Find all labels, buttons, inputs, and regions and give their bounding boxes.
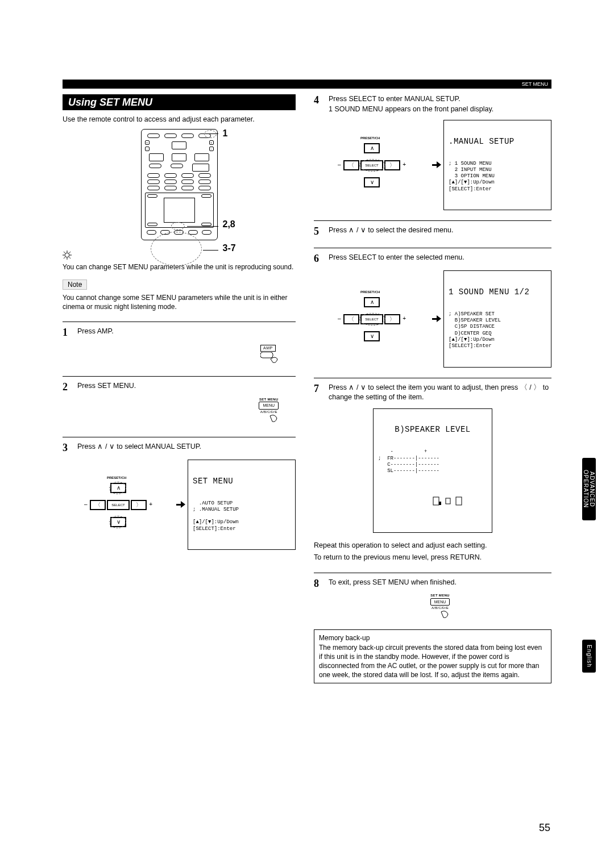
step-2-text: Press SET MENU. [77,382,136,390]
svg-line-6 [69,257,70,258]
step-6-figure: PRESET/CH ∧ ∨ 〈 〉 SELECT – + 1 SOUND MEN… [314,270,551,368]
step-8-num: 8 [314,578,329,590]
left-column: Using SET MENU Use the remote control to… [63,94,296,683]
note-text: You cannot change some SET MENU paramete… [63,293,296,311]
step-8: 8 To exit, press SET MENU when finished.… [314,573,551,623]
step-4-line1: Press SELECT to enter MANUAL SETUP. [329,94,551,105]
menu-button-label: MENU [430,598,450,606]
step-6-num: 6 [314,253,329,265]
menu-button-label: MENU [259,402,279,410]
step-4-num: 4 [314,94,329,106]
step-2: 2 Press SET MENU. SET MENU MENU A/B/C/D/… [63,376,296,427]
title-bar: Using SET MENU [63,94,296,110]
step-5: 5 Press ∧ / ∨ to select the desired menu… [314,220,551,237]
svg-rect-12 [446,498,450,504]
step-1: 1 Press AMP. AMP [63,322,296,366]
svg-rect-13 [456,497,462,505]
amp-button-figure: AMP [260,343,279,366]
step-6: 6 Press SELECT to enter the selected men… [314,248,551,265]
svg-line-7 [69,252,70,253]
memory-backup-body: The memory back-up circuit prevents the … [319,643,546,680]
dpad-down-icon: ∨ [364,331,380,341]
set-menu-top-label: SET MENU [430,593,450,598]
step-7-figure: B)SPEAKER LEVEL - + ; FR-------|------- … [314,408,551,533]
note-label: Note [63,279,87,290]
step-7-after1: Repeat this operation to select and adju… [314,541,551,550]
dpad-left-icon: 〈 [343,160,359,170]
step-1-text: Press AMP. [77,327,114,335]
page-number: 55 [539,822,550,834]
osd-manual-setup-title: .MANUAL SETUP [449,137,546,147]
dpad-right-icon: 〉 [131,500,147,510]
dpad-down-icon: ∨ [364,177,380,187]
osd-set-menu-body: .AUTO SETUP ; .MANUAL SETUP [▲]/[▼]:Up/D… [193,500,291,532]
step-3-text: Press ∧ / ∨ to select MANUAL SETUP. [77,443,201,450]
svg-line-8 [64,257,65,258]
step-5-num: 5 [314,226,329,237]
set-menu-sub-label: A/B/C/D/E [430,606,450,610]
step-4-figure: PRESET/CH ∧ ∨ 〈 〉 SELECT – + .MANUAL SET… [314,120,551,210]
dpad-select-label: SELECT [107,500,130,510]
step-7: 7 Press ∧ / ∨ to select the item you wan… [314,378,551,403]
arrow-right-icon [432,317,441,322]
amp-button-label: AMP [260,345,276,352]
dpad-figure: PRESET/CH ∧ ∨ 〈 〉 SELECT – + [84,479,152,531]
remote-illustration: +– +– 1 [63,129,296,240]
osd-sound-menu: 1 SOUND MENU 1/2 ; A)SPEAKER SET B)SPEAK… [443,270,551,368]
step-1-num: 1 [63,327,77,339]
callout-28: 2,8 [223,219,235,229]
step-5-text: Press ∧ / ∨ to select the desired menu. [329,226,453,234]
minus-icon: – [84,501,88,507]
osd-speaker-level-body: - + ; FR-------|------- C--------|------… [378,449,487,474]
osd-manual-setup-body: ; 1 SOUND MENU 2 INPUT MENU 3 OPTION MEN… [449,161,546,193]
step-7-num: 7 [314,383,329,395]
step-4: 4 Press SELECT to enter MANUAL SETUP. 1 … [314,94,551,114]
step-4-line2: 1 SOUND MENU appears on the front panel … [329,105,551,115]
set-menu-sub-label: A/B/C/D/E [259,410,279,414]
header-bar: SET MENU [63,80,551,89]
dpad-figure: PRESET/CH ∧ ∨ 〈 〉 SELECT – + [338,294,406,345]
side-tab-language: English [582,640,596,673]
set-menu-button-figure: SET MENU MENU A/B/C/D/E [259,397,279,427]
step-6-text: Press SELECT to enter the selected menu. [329,253,464,261]
step-7-text: Press ∧ / ∨ to select the item you want … [329,383,549,402]
header-section-label: SET MENU [522,81,548,87]
svg-point-0 [65,253,69,257]
osd-speaker-level-title: B)SPEAKER LEVEL [378,425,487,435]
dpad-figure: PRESET/CH ∧ ∨ 〈 〉 SELECT – + [338,140,406,191]
dpad-up-icon: ∧ [364,143,380,153]
plus-icon: + [149,501,152,507]
step-3: 3 Press ∧ / ∨ to select MANUAL SETUP. [63,437,296,454]
set-menu-top-label: SET MENU [259,397,279,402]
dpad-up-icon: ∧ [364,297,380,307]
dpad-preset-label: PRESET/CH [360,136,380,140]
osd-set-menu: SET MENU .AUTO SETUP ; .MANUAL SETUP [▲]… [188,460,296,550]
dpad-right-icon: 〉 [384,160,400,170]
arrow-right-icon [432,163,441,168]
step-3-figure: PRESET/CH ∧ ∨ 〈 〉 SELECT – + SET MENU .A… [63,460,296,550]
step-3-num: 3 [63,442,77,454]
page-title: Using SET MENU [68,97,152,108]
speaker-icons [432,496,464,506]
plus-icon: + [403,161,406,168]
osd-set-menu-title: SET MENU [193,477,291,487]
minus-icon: – [338,315,341,322]
dpad-preset-label: PRESET/CH [360,290,380,294]
side-tab-advanced: ADVANCED OPERATION [582,458,596,520]
dpad-right-icon: 〉 [384,314,400,324]
osd-speaker-level: B)SPEAKER LEVEL - + ; FR-------|------- … [373,408,492,533]
minus-icon: – [338,161,341,168]
svg-line-5 [64,252,65,253]
svg-rect-10 [433,497,439,505]
step-7-after2: To return to the previous menu level, pr… [314,553,551,562]
dpad-left-icon: 〈 [90,500,106,510]
plus-icon: + [403,315,406,322]
intro-text: Use the remote control to access and adj… [63,115,296,124]
right-column: 4 Press SELECT to enter MANUAL SETUP. 1 … [314,94,551,683]
step-8-text: To exit, press SET MENU when finished. [329,578,457,586]
osd-sound-menu-title: 1 SOUND MENU 1/2 [449,287,546,298]
svg-rect-11 [439,502,441,505]
callout-37: 3-7 [223,243,236,253]
svg-rect-9 [260,352,273,358]
callout-1: 1 [223,128,228,139]
